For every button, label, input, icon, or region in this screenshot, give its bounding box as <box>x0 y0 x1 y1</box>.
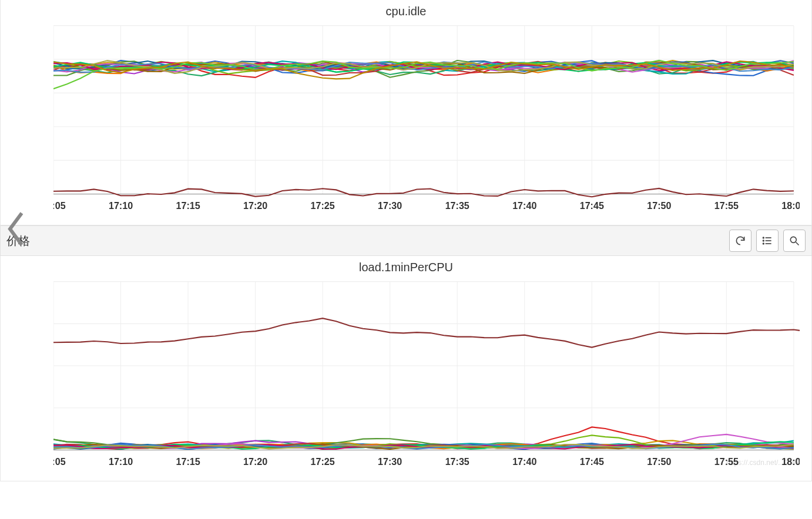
magnifier-icon <box>788 235 800 247</box>
chart-svg: 0.0000.5001.0001.5002.00017:0517:1017:15… <box>53 275 800 475</box>
svg-text:18:00: 18:00 <box>781 456 800 467</box>
zoom-button[interactable] <box>783 230 806 252</box>
svg-text:17:50: 17:50 <box>647 200 671 211</box>
svg-text:17:10: 17:10 <box>109 456 133 467</box>
svg-text:17:05: 17:05 <box>53 456 66 467</box>
svg-text:17:35: 17:35 <box>445 200 469 211</box>
svg-text:17:55: 17:55 <box>714 456 739 467</box>
chart-panel-cpu-idle: cpu.idle 0.00025.00050.00075.000100.0001… <box>0 0 812 225</box>
svg-text:17:45: 17:45 <box>580 456 604 467</box>
svg-text:17:20: 17:20 <box>243 456 267 467</box>
chart-title: cpu.idle <box>1 0 811 19</box>
refresh-button[interactable] <box>729 230 751 252</box>
chevron-left-icon <box>3 208 29 250</box>
list-icon <box>761 235 773 247</box>
svg-text:17:15: 17:15 <box>176 456 200 467</box>
prev-chevron[interactable] <box>3 208 29 250</box>
svg-point-42 <box>763 243 764 244</box>
svg-text:17:40: 17:40 <box>512 200 536 211</box>
svg-line-44 <box>796 242 799 245</box>
svg-text:17:15: 17:15 <box>176 200 200 211</box>
legend-button[interactable] <box>756 230 779 252</box>
chart-plot-area[interactable]: 0.0000.5001.0001.5002.00017:0517:1017:15… <box>1 275 811 481</box>
refresh-icon <box>734 235 746 247</box>
chart-panel-load: load.1minPerCPU 0.0000.5001.0001.5002.00… <box>0 256 812 481</box>
toolbar-buttons <box>729 230 806 252</box>
svg-point-41 <box>763 240 764 241</box>
svg-text:17:45: 17:45 <box>580 200 604 211</box>
svg-text:17:40: 17:40 <box>512 456 536 467</box>
svg-text:18:00: 18:00 <box>781 200 800 211</box>
svg-text:17:50: 17:50 <box>647 456 671 467</box>
svg-point-43 <box>790 237 796 242</box>
svg-text:17:30: 17:30 <box>378 456 402 467</box>
panel-toolbar: 价格 <box>0 225 812 256</box>
chart-plot-area[interactable]: 0.00025.00050.00075.000100.000125.00017:… <box>1 19 811 225</box>
svg-text:17:30: 17:30 <box>378 200 402 211</box>
svg-text:17:10: 17:10 <box>109 200 133 211</box>
chart-title: load.1minPerCPU <box>1 256 811 275</box>
svg-text:17:25: 17:25 <box>311 456 335 467</box>
chart-svg: 0.00025.00050.00075.000100.000125.00017:… <box>53 19 800 219</box>
svg-text:17:35: 17:35 <box>445 456 469 467</box>
svg-text:17:55: 17:55 <box>714 200 739 211</box>
svg-text:17:05: 17:05 <box>53 200 66 211</box>
svg-text:17:20: 17:20 <box>243 200 267 211</box>
svg-point-40 <box>763 237 764 238</box>
svg-text:17:25: 17:25 <box>311 200 335 211</box>
